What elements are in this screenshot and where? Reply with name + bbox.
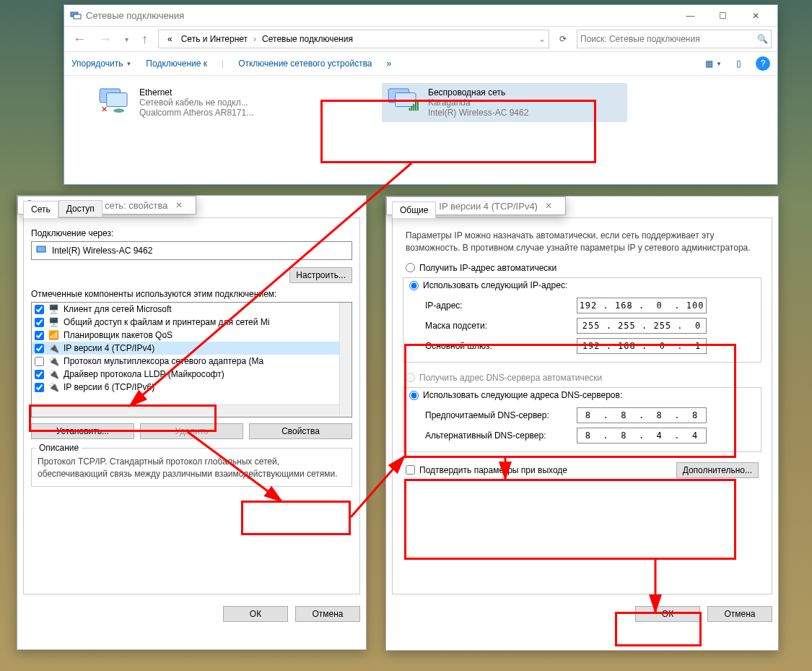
- confirm-on-exit[interactable]: Подтвердить параметры при выходе: [406, 462, 567, 478]
- comp-check[interactable]: [35, 357, 44, 366]
- components-list[interactable]: 🖥️Клиент для сетей Microsoft 🖥️Общий дос…: [31, 302, 352, 417]
- view-layout-icon[interactable]: ▦ ▼: [705, 59, 722, 69]
- comp-check[interactable]: [35, 305, 44, 314]
- window-buttons: — ☐ ✕: [674, 6, 772, 26]
- comp-ipv4[interactable]: 🔌IP версии 4 (TCP/IPv4): [32, 342, 352, 355]
- search-input[interactable]: [580, 34, 757, 44]
- checkbox[interactable]: [406, 465, 415, 475]
- search-box[interactable]: 🔍: [577, 30, 772, 48]
- disable-device-menu[interactable]: Отключение сетевого устройства: [238, 59, 372, 69]
- proto-icon: 🔌: [48, 356, 59, 366]
- gateway-input[interactable]: [577, 338, 707, 354]
- dns2-input[interactable]: [577, 428, 707, 443]
- scrollbar-h[interactable]: [32, 404, 339, 417]
- history-dropdown[interactable]: ▾: [122, 34, 131, 45]
- ok-button[interactable]: ОК: [635, 606, 700, 622]
- conn-adapter: Qualcomm Atheros AR8171...: [139, 108, 253, 118]
- svg-rect-9: [396, 93, 416, 107]
- connection-ethernet[interactable]: ✕ Ethernet Сетевой кабель не подкл... Qu…: [93, 83, 339, 122]
- svg-rect-13: [415, 102, 416, 111]
- comp-check[interactable]: [35, 331, 44, 340]
- close-button[interactable]: ✕: [168, 195, 190, 215]
- description-fieldset: Описание Протокол TCP/IP. Стандартный пр…: [31, 448, 352, 487]
- dns1-label: Предпочитаемый DNS-сервер:: [425, 410, 577, 420]
- back-button[interactable]: ←: [70, 30, 89, 48]
- preview-pane-icon[interactable]: ▯: [736, 59, 741, 69]
- search-icon[interactable]: 🔍: [757, 34, 768, 44]
- svg-rect-14: [417, 100, 419, 111]
- connections-area: ✕ Ethernet Сетевой кабель не подкл... Qu…: [64, 76, 777, 129]
- ipv4-properties-dialog: Свойства: IP версии 4 (TCP/IPv4) ✕ Общие…: [385, 196, 779, 651]
- comp-file-share[interactable]: 🖥️Общий доступ к файлам и принтерам для …: [32, 316, 352, 329]
- maximize-button[interactable]: ☐: [707, 6, 739, 26]
- up-button[interactable]: ↑: [139, 30, 151, 48]
- tab-body: Подключение через: Intel(R) Wireless-AC …: [23, 217, 360, 594]
- more-toolbar[interactable]: »: [387, 59, 392, 69]
- breadcrumb-prefix: «: [165, 34, 175, 44]
- comp-ipv6[interactable]: 🔌IP версии 6 (TCP/IPv6): [32, 381, 352, 394]
- comp-check[interactable]: [35, 344, 44, 353]
- intro-text: Параметры IP можно назначать автоматичес…: [400, 225, 764, 261]
- svg-rect-12: [413, 104, 414, 111]
- comp-check[interactable]: [35, 383, 44, 392]
- connect-via-label: Подключение через:: [31, 228, 352, 238]
- connect-to-menu[interactable]: Подключение к: [146, 59, 207, 69]
- close-button[interactable]: ✕: [538, 196, 559, 216]
- scrollbar-v[interactable]: [339, 303, 352, 417]
- comp-check[interactable]: [35, 370, 44, 379]
- comp-client-msft[interactable]: 🖥️Клиент для сетей Microsoft: [32, 303, 352, 316]
- forward-button[interactable]: →: [96, 30, 115, 48]
- radio-auto-ip[interactable]: Получить IP-адрес автоматически: [400, 261, 764, 274]
- nic-icon: [36, 244, 48, 258]
- radio[interactable]: [409, 391, 419, 400]
- ip-address-input[interactable]: [577, 298, 707, 313]
- titlebar[interactable]: Сетевые подключения — ☐ ✕: [64, 5, 777, 27]
- conn-name: Беспроводная сеть: [428, 87, 528, 98]
- connection-wireless[interactable]: Беспроводная сеть Karaganda Intel(R) Wir…: [382, 83, 627, 122]
- radio: [406, 373, 415, 382]
- tab-network[interactable]: Сеть: [23, 201, 58, 218]
- nav-row: ← → ▾ ↑ « Сеть и Интернет › Сетевые подк…: [64, 27, 777, 52]
- install-button[interactable]: Установить...: [31, 423, 134, 439]
- subnet-mask-input[interactable]: [577, 318, 707, 334]
- radio[interactable]: [409, 281, 419, 290]
- adapter-field: Intel(R) Wireless-AC 9462: [31, 241, 352, 260]
- advanced-button[interactable]: Дополнительно...: [676, 462, 759, 478]
- dns1-input[interactable]: [577, 407, 707, 423]
- organize-menu[interactable]: Упорядочить ▼: [71, 59, 131, 69]
- close-button[interactable]: ✕: [739, 6, 772, 26]
- radio[interactable]: [406, 263, 415, 272]
- comp-mux[interactable]: 🔌Протокол мультиплексора сетевого адапте…: [32, 355, 352, 368]
- proto-icon: 🔌: [48, 343, 59, 353]
- dropdown-icon[interactable]: ⌄: [538, 34, 546, 44]
- radio-manual-dns[interactable]: Использовать следующие адреса DNS-сервер…: [409, 389, 622, 402]
- cancel-button[interactable]: Отмена: [707, 606, 772, 622]
- props-button[interactable]: Свойства: [249, 423, 352, 439]
- breadcrumb-seg1[interactable]: Сеть и Интернет: [178, 34, 250, 44]
- ok-button[interactable]: ОК: [223, 606, 288, 622]
- proto-icon: 🔌: [48, 369, 59, 379]
- comp-lldp[interactable]: 🔌Драйвер протокола LLDP (Майкрософт): [32, 368, 352, 381]
- chevron-icon: ›: [253, 34, 256, 44]
- conn-adapter: Intel(R) Wireless-AC 9462: [428, 108, 528, 118]
- refresh-button[interactable]: ⟳: [556, 31, 569, 47]
- cancel-button[interactable]: Отмена: [295, 606, 360, 622]
- comp-qos[interactable]: 📶Планировщик пакетов QoS: [32, 329, 352, 342]
- remove-button[interactable]: Удалить: [140, 423, 243, 439]
- adapter-name: Intel(R) Wireless-AC 9462: [52, 246, 152, 256]
- breadcrumb[interactable]: « Сеть и Интернет › Сетевые подключения …: [158, 30, 549, 48]
- components-label: Отмеченные компоненты используются этим …: [31, 289, 352, 299]
- description-text: Протокол TCP/IP. Стандартный протокол гл…: [38, 453, 346, 483]
- tab-access[interactable]: Доступ: [58, 200, 102, 217]
- manual-ip-group: Использовать следующий IP-адрес: IP-адре…: [403, 277, 761, 363]
- help-icon[interactable]: ?: [756, 56, 770, 71]
- tab-general[interactable]: Общие: [392, 202, 436, 218]
- breadcrumb-seg2[interactable]: Сетевые подключения: [259, 34, 356, 44]
- radio-manual-ip[interactable]: Использовать следующий IP-адрес:: [409, 279, 567, 292]
- svg-rect-11: [411, 106, 412, 111]
- network-connections-window: Сетевые подключения — ☐ ✕ ← → ▾ ↑ « Сеть…: [64, 4, 778, 185]
- description-legend: Описание: [36, 443, 82, 453]
- minimize-button[interactable]: —: [674, 6, 707, 26]
- configure-button[interactable]: Настроить...: [289, 267, 352, 283]
- comp-check[interactable]: [35, 318, 44, 327]
